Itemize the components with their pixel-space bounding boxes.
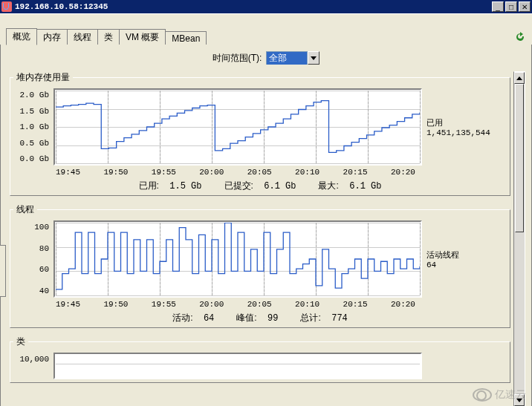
watermark-logo-icon: [473, 388, 492, 402]
tab-vm-summary[interactable]: VM 概要: [119, 29, 166, 45]
menubar-spacer: [0, 13, 532, 30]
classes-chart-title: 类: [13, 335, 28, 348]
heap-y-axis: 2.0 Gb 1.5 Gb 1.0 Gb 0.5 Gb 0.0 Gb: [13, 91, 49, 163]
heap-chart-canvas: [56, 91, 420, 163]
heap-x-axis: 19:45 19:50 19:55 20:00 20:05 20:10 20:1…: [53, 168, 418, 177]
tab-memory[interactable]: 内存: [36, 29, 68, 45]
timerange-combo[interactable]: 全部: [266, 50, 319, 65]
heap-side-label: 已用 1,451,135,544: [426, 117, 479, 137]
timerange-select[interactable]: 全部: [266, 51, 308, 65]
window-title: 192.168.10.58:12345: [15, 2, 492, 11]
heap-chart-frame: [53, 88, 422, 166]
threads-stats: 活动: 64 峰值: 99 总计: 774: [13, 312, 507, 324]
minimize-button[interactable]: _: [492, 1, 504, 12]
classes-y-axis: 10,000: [13, 355, 49, 377]
threads-chart-canvas: [56, 223, 420, 295]
heap-chart-title: 堆内存使用量: [13, 71, 73, 84]
threads-y-axis: 100 80 60 40: [13, 223, 49, 295]
vertical-scrollbar[interactable]: [513, 71, 525, 406]
threads-chart-frame: [53, 220, 422, 298]
watermark-text: 亿速云: [495, 388, 526, 402]
charts-scroll-container: 堆内存使用量 2.0 Gb 1.5 Gb 1.0 Gb 0.5 Gb 0.0 G…: [7, 71, 525, 406]
tab-threads[interactable]: 线程: [67, 29, 98, 45]
close-button[interactable]: ✕: [519, 1, 531, 12]
timerange-selected: 全部: [267, 52, 307, 65]
timerange-label: 时间范围(T):: [213, 52, 262, 65]
tab-classes[interactable]: 类: [97, 29, 120, 45]
classes-chart-canvas: [56, 355, 420, 377]
overview-panel: 时间范围(T): 全部 堆内存使用量 2.0 Gb 1.5 Gb 1.0 Gb …: [0, 45, 532, 406]
scroll-up-icon[interactable]: [514, 72, 525, 84]
watermark: 亿速云: [473, 388, 526, 402]
threads-x-axis: 19:45 19:50 19:55 20:00 20:05 20:10 20:1…: [53, 300, 418, 309]
tab-mbean[interactable]: MBean: [165, 31, 207, 45]
timerange-row: 时间范围(T): 全部: [7, 50, 525, 65]
window-buttons: _ □ ✕: [492, 1, 531, 12]
classes-chart-group: 类 10,000: [10, 335, 510, 383]
heap-chart-group: 堆内存使用量 2.0 Gb 1.5 Gb 1.0 Gb 0.5 Gb 0.0 G…: [10, 71, 510, 196]
threads-chart-group: 线程 100 80 60 40 活动线程 64: [10, 203, 510, 328]
tab-overview[interactable]: 概览: [6, 28, 37, 45]
threads-side-label: 活动线程 64: [426, 249, 479, 269]
java-icon: [1, 1, 12, 12]
window-titlebar: 192.168.10.58:12345 _ □ ✕: [0, 0, 532, 13]
charts-area: 堆内存使用量 2.0 Gb 1.5 Gb 1.0 Gb 0.5 Gb 0.0 G…: [7, 71, 513, 406]
maximize-button[interactable]: □: [505, 1, 517, 12]
left-edge-tab[interactable]: [0, 245, 6, 297]
threads-chart-title: 线程: [13, 203, 37, 216]
heap-stats: 已用: 1.5 Gb 已提交: 6.1 Gb 最大: 6.1 Gb: [13, 180, 507, 192]
tab-strip: 概览 内存 线程 类 VM 概要 MBean: [0, 30, 532, 45]
refresh-icon[interactable]: [514, 31, 526, 43]
classes-chart-frame: [53, 353, 422, 379]
combo-dropdown-icon[interactable]: [308, 51, 319, 65]
scroll-thumb[interactable]: [515, 84, 524, 232]
